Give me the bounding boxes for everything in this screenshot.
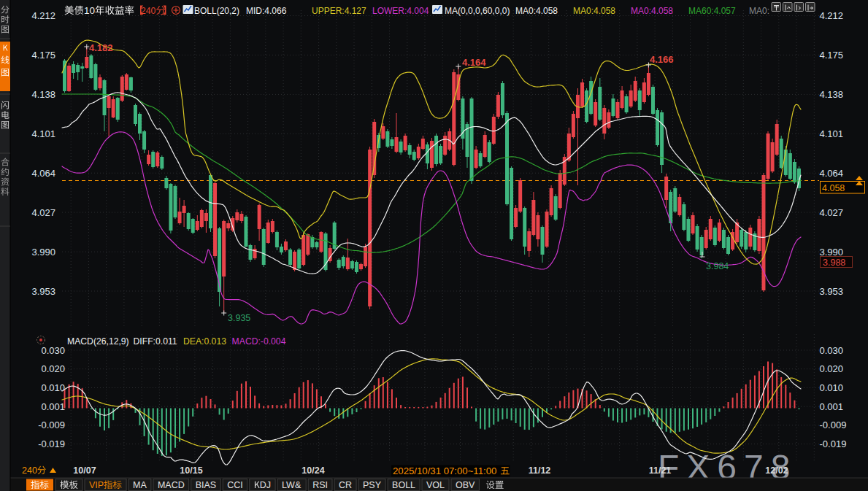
svg-text:4.166: 4.166 xyxy=(650,54,674,65)
svg-text:BOLL: BOLL xyxy=(392,480,415,490)
svg-text:3.988: 3.988 xyxy=(823,258,845,268)
svg-text:0.020: 0.020 xyxy=(820,363,844,374)
svg-text:LW&: LW& xyxy=(282,480,302,490)
svg-text:11/21: 11/21 xyxy=(649,465,672,476)
svg-text:MA(0,0,0,60,0,0): MA(0,0,0,60,0,0) xyxy=(445,6,510,16)
svg-text:MA0:4.058: MA0:4.058 xyxy=(573,6,615,16)
svg-text:3.990: 3.990 xyxy=(31,247,55,258)
svg-text:3.953: 3.953 xyxy=(820,286,844,297)
svg-text:4.164: 4.164 xyxy=(462,57,486,68)
svg-text:240: 240 xyxy=(22,465,37,476)
svg-text:BIAS: BIAS xyxy=(196,480,217,490)
svg-text:4.101: 4.101 xyxy=(31,128,55,139)
svg-text:4.175: 4.175 xyxy=(820,50,844,61)
svg-text:4.027: 4.027 xyxy=(820,207,844,218)
svg-text:PSY: PSY xyxy=(363,480,382,490)
svg-text:4.138: 4.138 xyxy=(31,89,55,100)
svg-text:0.001: 0.001 xyxy=(820,401,844,412)
svg-text:MACD(26,12,9): MACD(26,12,9) xyxy=(67,336,129,347)
svg-text:0.010: 0.010 xyxy=(41,382,65,393)
svg-text:0.030: 0.030 xyxy=(820,345,844,356)
svg-text:MA0:4.058: MA0:4.058 xyxy=(515,6,558,16)
svg-text:BOLL(20,2): BOLL(20,2) xyxy=(194,6,239,16)
svg-text:0.020: 0.020 xyxy=(41,363,65,374)
svg-text:240: 240 xyxy=(141,6,156,16)
svg-text:4.101: 4.101 xyxy=(820,128,844,139)
svg-text:MACD:-0.004: MACD:-0.004 xyxy=(232,336,286,347)
svg-text:MID:4.066: MID:4.066 xyxy=(246,6,287,16)
svg-text:-0.009: -0.009 xyxy=(38,420,65,430)
svg-text:-0.019: -0.019 xyxy=(38,438,65,449)
svg-text:10/24: 10/24 xyxy=(302,465,324,476)
svg-text:0.030: 0.030 xyxy=(41,345,65,356)
svg-text:3.984: 3.984 xyxy=(706,261,729,271)
svg-text:4.064: 4.064 xyxy=(31,168,55,179)
svg-text:10/07: 10/07 xyxy=(73,465,96,476)
svg-text:0.010: 0.010 xyxy=(820,382,844,393)
svg-text:MA: MA xyxy=(133,480,147,490)
svg-text:MA60:4.057: MA60:4.057 xyxy=(688,6,736,16)
svg-text:3.953: 3.953 xyxy=(31,286,55,297)
svg-text:4.058: 4.058 xyxy=(822,183,845,193)
svg-text:MACD: MACD xyxy=(158,480,185,490)
svg-text:VOL: VOL xyxy=(426,480,445,490)
svg-text:MA0:4.058: MA0:4.058 xyxy=(631,6,673,16)
svg-text:3.990: 3.990 xyxy=(820,247,844,258)
svg-text:RSI: RSI xyxy=(312,480,328,490)
svg-text:4.175: 4.175 xyxy=(31,50,55,61)
svg-text:11/12: 11/12 xyxy=(529,465,551,476)
svg-text:3.935: 3.935 xyxy=(228,313,250,323)
svg-text:10: 10 xyxy=(84,5,95,16)
svg-text:DIFF:0.011: DIFF:0.011 xyxy=(134,336,177,347)
svg-text:UPPER:4.127: UPPER:4.127 xyxy=(312,6,366,16)
svg-text:CR: CR xyxy=(339,480,352,490)
svg-text:4.138: 4.138 xyxy=(820,89,844,100)
svg-text:DJ: DJ xyxy=(260,480,271,490)
svg-text:4.212: 4.212 xyxy=(820,10,844,21)
svg-text:-0.009: -0.009 xyxy=(820,420,847,430)
svg-text:4.027: 4.027 xyxy=(31,207,55,218)
svg-text:DEA:0.013: DEA:0.013 xyxy=(183,336,226,347)
svg-text:4.182: 4.182 xyxy=(89,42,113,53)
svg-text:4.212: 4.212 xyxy=(31,10,55,21)
svg-text:10/15: 10/15 xyxy=(180,465,202,476)
svg-text:-0.019: -0.019 xyxy=(820,438,847,449)
svg-text:VIP: VIP xyxy=(89,480,104,490)
svg-text:12/02: 12/02 xyxy=(765,465,788,476)
svg-text:4.064: 4.064 xyxy=(820,168,844,179)
svg-text:OBV: OBV xyxy=(456,480,475,490)
svg-text:MA0:: MA0: xyxy=(749,6,769,16)
svg-text:LOWER:4.004: LOWER:4.004 xyxy=(372,6,429,16)
svg-text:0.001: 0.001 xyxy=(41,401,65,412)
svg-text:CCI: CCI xyxy=(227,480,243,490)
svg-text:2025/10/31 07:00~11:00: 2025/10/31 07:00~11:00 xyxy=(393,465,496,476)
